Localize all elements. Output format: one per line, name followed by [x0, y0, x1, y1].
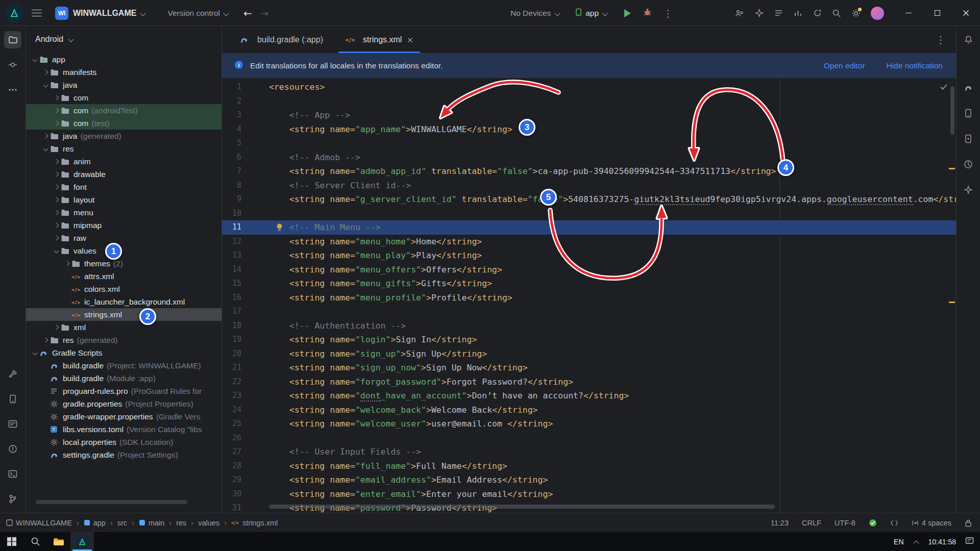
line-number[interactable]: 3: [222, 108, 241, 122]
code-line-text[interactable]: <string name="welcome_user">user@email.c…: [241, 417, 553, 431]
tree-item-build-gradle-module-app[interactable]: build.gradle(Module :app): [26, 372, 222, 385]
line-number[interactable]: 6: [222, 151, 241, 165]
code-line-text[interactable]: <!-- App -->: [241, 108, 350, 122]
code-with-me-icon[interactable]: [735, 9, 744, 18]
code-line-text[interactable]: <string name="g_server_client_id" transl…: [241, 192, 956, 207]
tree-item-xml[interactable]: xml: [26, 321, 222, 334]
chevron-right-icon[interactable]: [53, 119, 61, 128]
chevron-right-icon[interactable]: [63, 260, 71, 268]
tree-item-com-test[interactable]: com(test): [26, 117, 222, 130]
code-line-26[interactable]: 26: [222, 431, 956, 445]
code-line-11[interactable]: 11 <!-- Main Menu -->: [222, 220, 956, 235]
tree-item-raw[interactable]: raw: [26, 232, 222, 244]
code-line-text[interactable]: [241, 94, 269, 109]
main-menu-icon[interactable]: [32, 10, 42, 17]
notifications-bell-icon[interactable]: [960, 31, 977, 48]
project-view-selector[interactable]: Android: [26, 27, 222, 52]
commit-tool-icon[interactable]: [4, 56, 21, 73]
forward-button[interactable]: →: [260, 7, 269, 19]
quickfix-lightbulb-icon[interactable]: [275, 223, 284, 234]
tree-item-attrs-xml[interactable]: </>attrs.xml: [26, 270, 222, 283]
code-line-text[interactable]: [241, 136, 269, 151]
line-number[interactable]: 7: [222, 164, 241, 179]
tree-item-java-generated[interactable]: java(generated): [26, 130, 222, 142]
chevron-right-icon[interactable]: [53, 170, 61, 179]
logcat-tool-icon[interactable]: [4, 415, 21, 433]
code-line-3[interactable]: 3 <!-- App -->: [222, 108, 956, 122]
tree-item-drawable[interactable]: drawable: [26, 168, 222, 181]
clock[interactable]: 10:41:58: [928, 538, 957, 546]
warning-stripe-mark[interactable]: [949, 168, 955, 169]
chevron-right-icon[interactable]: [42, 132, 50, 140]
code-line-text[interactable]: <!-- Authentication -->: [241, 319, 406, 333]
more-run-actions-icon[interactable]: ⋮: [663, 8, 673, 19]
code-line-23[interactable]: 23 <string name="dont_have_an_account">D…: [222, 389, 956, 403]
device-explorer-icon[interactable]: [4, 390, 21, 408]
chevron-right-icon[interactable]: [53, 107, 61, 115]
more-tool-windows-icon[interactable]: [4, 81, 21, 98]
todo-list-icon[interactable]: [774, 9, 783, 18]
settings-icon[interactable]: [851, 9, 861, 18]
code-line-13[interactable]: 13 <string name="menu_play">Play</string…: [222, 248, 956, 263]
search-everywhere-icon[interactable]: [832, 9, 841, 18]
tree-item-strings-xml[interactable]: </>strings.xml: [26, 308, 222, 321]
code-editor[interactable]: 1<resources>23 <!-- App -->4 <string nam…: [222, 78, 956, 513]
tree-item-values[interactable]: values: [26, 244, 222, 257]
taskbar-android-studio-icon[interactable]: [70, 532, 94, 551]
line-number[interactable]: 31: [222, 501, 241, 513]
breadcrumb-src[interactable]: src: [117, 519, 127, 527]
tree-item-mipmap[interactable]: mipmap: [26, 219, 222, 232]
tree-item-ic-launcher-background-xml[interactable]: </>ic_launcher_background.xml: [26, 295, 222, 308]
chevron-right-icon[interactable]: [42, 68, 50, 77]
tree-item-com[interactable]: com: [26, 91, 222, 104]
code-line-text[interactable]: <string name="email_address">Email Addre…: [241, 473, 548, 487]
user-avatar[interactable]: [871, 7, 884, 20]
code-line-1[interactable]: 1<resources>: [222, 80, 956, 94]
code-line-7[interactable]: 7 <string name="admob_app_id" translatab…: [222, 164, 956, 179]
code-line-12[interactable]: 12 <string name="menu_home">Home</string…: [222, 235, 956, 249]
line-number[interactable]: 11: [222, 220, 241, 235]
code-line-4[interactable]: 4 <string name="app_name">WINWALLGAME</s…: [222, 122, 956, 137]
code-line-text[interactable]: <string name="sign_up_now">Sign Up Now</…: [241, 361, 528, 375]
line-number[interactable]: 17: [222, 305, 241, 319]
chevron-right-icon[interactable]: [53, 94, 61, 102]
tree-item-manifests[interactable]: manifests: [26, 66, 222, 79]
breadcrumb-res[interactable]: res: [176, 519, 186, 527]
line-number[interactable]: 25: [222, 417, 241, 431]
notification-center-icon[interactable]: [965, 537, 974, 546]
tree-item-colors-xml[interactable]: </>colors.xml: [26, 283, 222, 295]
code-line-21[interactable]: 21 <string name="sign_up_now">Sign Up No…: [222, 361, 956, 375]
line-number[interactable]: 16: [222, 291, 241, 305]
line-ending-indicator[interactable]: CRLF: [802, 519, 821, 527]
chevron-right-icon[interactable]: [53, 183, 61, 191]
encoding-indicator[interactable]: UTF-8: [835, 519, 855, 527]
code-line-text[interactable]: [241, 207, 269, 221]
assistant-sparkle-icon[interactable]: [960, 181, 977, 198]
breadcrumb-app[interactable]: app: [84, 519, 106, 527]
tree-item-layout[interactable]: layout: [26, 193, 222, 206]
breadcrumb-values[interactable]: values: [198, 519, 219, 527]
code-line-text[interactable]: <!-- Main Menu -->: [241, 220, 381, 235]
tree-item-local-properties-sdk-location[interactable]: local.properties(SDK Location): [26, 436, 222, 448]
tab-strings-xml[interactable]: </> strings.xml: [334, 27, 424, 53]
running-devices-icon[interactable]: [960, 130, 977, 147]
code-line-25[interactable]: 25 <string name="welcome_user">user@emai…: [222, 417, 956, 431]
inspections-ok-icon[interactable]: [940, 83, 948, 92]
hide-notification-link[interactable]: Hide notification: [887, 61, 943, 70]
code-line-text[interactable]: <string name="welcome_back">Welcome Back…: [241, 403, 538, 417]
line-number[interactable]: 14: [222, 263, 241, 277]
back-button[interactable]: ←: [243, 7, 252, 19]
code-line-5[interactable]: 5: [222, 136, 956, 151]
code-line-20[interactable]: 20 <string name="sign_up">Sign Up</strin…: [222, 347, 956, 361]
code-line-text[interactable]: <string name="menu_gifts">Gifts</string>: [241, 277, 492, 291]
code-line-text[interactable]: <string name="menu_profile">Profile</str…: [241, 291, 512, 305]
line-number[interactable]: 12: [222, 235, 241, 249]
start-button[interactable]: [0, 532, 23, 551]
hidden-icons-chevron[interactable]: [913, 539, 919, 545]
code-line-27[interactable]: 27 <!-- User Input Fields -->: [222, 445, 956, 459]
code-line-22[interactable]: 22 <string name="forgot_password">Forgot…: [222, 375, 956, 389]
code-line-28[interactable]: 28 <string name="full_name">Full Name</s…: [222, 459, 956, 473]
chevron-right-icon[interactable]: [53, 209, 61, 217]
version-control-tool-icon[interactable]: [4, 490, 21, 508]
code-line-text[interactable]: <string name="dont_have_an_account">Don’…: [241, 389, 629, 403]
